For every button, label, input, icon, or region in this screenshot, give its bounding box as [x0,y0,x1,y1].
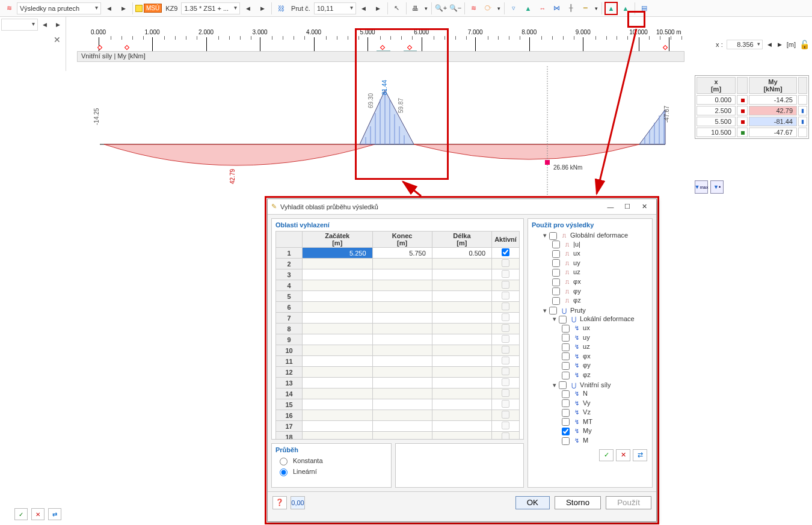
member-combo[interactable]: 10,11 [314,2,356,14]
table-row[interactable]: 2.50042.79▮ [697,106,807,115]
prev-load-button[interactable]: ◀ [241,2,254,15]
close-button[interactable]: ✕ [636,200,653,213]
tree-item[interactable]: ↯ φy [561,361,648,370]
tree-uncheck-all[interactable]: ✕ [616,449,630,461]
tree-item[interactable]: ⎍ uz [551,268,648,277]
coord-next[interactable]: ▶ [777,41,783,48]
help-button[interactable]: ❓ [272,496,287,509]
point-filter-button[interactable]: ▼• [710,180,724,194]
grid-row[interactable]: 12 [276,367,520,378]
bl-swap-button[interactable]: ⇄ [48,508,61,520]
next-member-button[interactable]: ▶ [372,2,385,15]
grid-row[interactable]: 2 [276,259,520,269]
tree-item[interactable]: ↯ MT [561,417,648,427]
minimize-button[interactable]: — [602,200,619,213]
grid-row[interactable]: 5 [276,291,520,302]
tree-item[interactable]: ⎍ φz [551,296,648,305]
grid-row[interactable]: 14 [276,388,520,399]
support-reaction-icon[interactable]: ▲ [619,2,632,15]
table-row[interactable]: 10.500-47.67 [697,127,807,137]
grid-row[interactable]: 15 [276,399,520,410]
table-row[interactable]: 5.500-81.44▮ [697,117,807,126]
prev-member-button[interactable]: ◀ [357,2,371,15]
max-filter-button[interactable]: ▼max [695,180,708,194]
grid-row[interactable]: 4 [276,280,520,291]
tree-item[interactable]: ↯ Vy [561,399,648,408]
link-icon[interactable]: ⛓ [274,2,288,15]
tree-item[interactable]: ⎍ φy [551,287,648,296]
lock-icon[interactable]: 🔓 [799,40,810,49]
zoom-in-icon[interactable]: 🔍+ [434,2,448,15]
tree-item[interactable]: ↯ N [561,389,648,399]
bl-x-button[interactable]: ✕ [31,508,45,520]
grid-row[interactable]: 9 [276,334,520,345]
grid-row[interactable]: 6 [276,302,520,313]
areas-grid[interactable]: Začátek[m] Konec[m] Délka[m] Aktivní 15.… [275,231,520,440]
axis-icon[interactable]: ╂ [565,2,578,15]
result-style-1-icon[interactable]: ≋ [467,2,481,15]
tree-item[interactable]: ⎍ |u| [551,240,648,250]
print-icon[interactable]: 🖶 [409,2,422,15]
grid-row[interactable]: 11 [276,356,520,367]
color-legend-icon[interactable]: ▤ [638,2,651,15]
beam-dropdown[interactable]: ▾ [594,5,599,11]
left-prev-button[interactable]: ◀ [38,18,51,31]
tree-item[interactable]: ↯ M [561,436,648,446]
left-next-button[interactable]: ▶ [51,18,64,31]
tree-item[interactable]: ▾ ⋃ Pruty▾ ⋃ Lokální deformace ↯ ux ↯ uy… [541,306,648,447]
tree-item[interactable]: ▾ ⋃ Vnitřní síly ↯ N ↯ Vy ↯ Vz ↯ MT ↯ My… [551,381,648,446]
prev-mode-button[interactable]: ◀ [102,2,115,15]
zoom-out-icon[interactable]: 🔍− [449,2,462,15]
tree-item[interactable]: ↯ uy [561,333,648,343]
load-combo[interactable]: 1.35 * ZS1 + ... [181,2,240,14]
mode-combo[interactable]: Výsledky na prutech [17,2,101,14]
dialog-titlebar[interactable]: ✎ Vyhladit oblasti průběhu výsledků — ☐ … [268,199,656,215]
filter-icon[interactable]: ▿ [507,2,520,15]
opt-linear[interactable]: Lineární [277,467,386,476]
span-icon[interactable]: ↔ [536,2,549,15]
tree-item[interactable]: ↯ φz [561,370,648,380]
next-load-button[interactable]: ▶ [256,2,269,15]
maximize-button[interactable]: ☐ [619,200,636,213]
apply-button[interactable]: Použít [606,496,651,509]
diagram-icon[interactable]: ≋ [2,2,16,15]
bl-check-button[interactable]: ✓ [14,508,28,520]
left-combo[interactable] [1,19,38,31]
note-box[interactable] [395,443,524,488]
tree-item[interactable]: ⎍ φx [551,277,648,287]
grid-row[interactable]: 10 [276,345,520,356]
coord-prev[interactable]: ◀ [766,41,773,48]
support-icon[interactable]: ▲ [521,2,535,15]
pick-icon[interactable]: ↖ [390,2,404,15]
grid-row[interactable]: 17 [276,421,520,432]
grid-row[interactable]: 16 [276,410,520,421]
grid-row[interactable]: 18 [276,432,520,440]
grid-row[interactable]: 7 [276,313,520,324]
units-button[interactable]: 0,00 [291,496,305,509]
coord-value[interactable]: 8.356 [727,40,763,49]
tree-item[interactable]: ↯ ux [561,324,648,333]
result-style-2-icon[interactable]: ⧂ [482,2,495,15]
opt-constant[interactable]: Konstanta [277,456,386,465]
smooth-areas-icon[interactable]: ▲ [604,2,618,15]
grid-row[interactable]: 3 [276,269,520,280]
grid-row[interactable]: 15.2505.7500.500 [276,248,520,259]
grid-row[interactable]: 13 [276,378,520,388]
next-mode-button[interactable]: ▶ [117,2,130,15]
tree-item[interactable]: ↯ Vz [561,408,648,417]
ok-button[interactable]: OK [515,496,550,509]
tree-check-all[interactable]: ✓ [599,449,614,461]
grid-row[interactable]: 8 [276,324,520,334]
tree-item[interactable]: ▾ ⎍ Globální deformace ⎍ |u| ⎍ ux ⎍ uy ⎍… [541,231,648,306]
result-style-dropdown[interactable]: ▾ [496,5,502,11]
print-dropdown[interactable]: ▾ [423,5,429,11]
results-tree[interactable]: ▾ ⎍ Globální deformace ⎍ |u| ⎍ ux ⎍ uy ⎍… [532,231,648,447]
tree-item[interactable]: ↯ φx [561,352,648,361]
beam-icon[interactable]: ━ [579,2,592,15]
tree-item[interactable]: ▾ ⋃ Lokální deformace ↯ ux ↯ uy ↯ uz ↯ φ… [551,315,648,380]
tree-item[interactable]: ⎍ uy [551,259,648,268]
close-pane-button[interactable]: ✕ [0,32,66,47]
table-row[interactable]: 0.000-14.25 [697,95,807,105]
tree-item[interactable]: ↯ uz [561,342,648,352]
hinge-icon[interactable]: ⋈ [550,2,564,15]
